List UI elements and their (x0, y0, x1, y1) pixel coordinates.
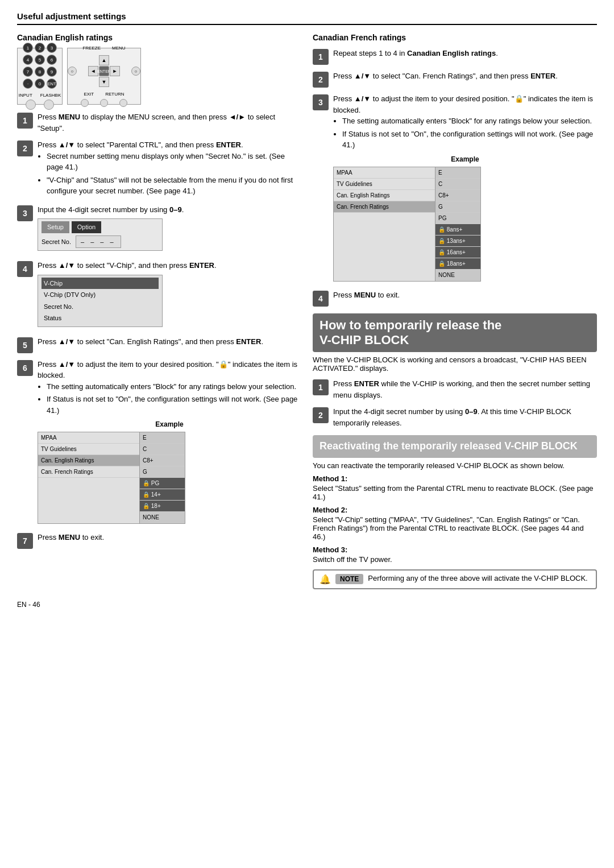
method-3-title: Method 3: (313, 545, 597, 554)
vchip-menu: V-Chip V-Chip (DTV Only) Secret No. Stat… (38, 275, 163, 327)
step-3-row: 3 Input the 4-digit secret number by usi… (17, 204, 301, 255)
left-section-heading: Canadian English ratings (17, 33, 301, 42)
step-1-row: 1 Press MENU to display the MENU screen,… (17, 111, 301, 134)
remote-keypad: 1 2 3 4 5 6 7 8 9 · 0 ENT INPUTFLASHBK (17, 48, 63, 105)
vchip-step-1-text: Press ENTER while the V-CHIP is working,… (333, 378, 597, 400)
step-7-text: Press MENU to exit. (38, 532, 301, 543)
right-step-1-row: 1 Repeat steps 1 to 4 in Canadian Englis… (313, 48, 597, 65)
step-5-text: Press ▲/▼ to select "Can. English Rating… (38, 336, 301, 348)
step-4-badge: 4 (17, 261, 33, 277)
right-step-4-text: Press MENU to exit. (333, 290, 597, 301)
ratings-table-right: MPAA TV Guidelines Can. English Ratings … (333, 167, 481, 282)
example-label-left: Example (38, 419, 301, 429)
step-3-badge: 3 (17, 205, 33, 221)
step-7-badge: 7 (17, 533, 33, 549)
page-number: EN - 46 (17, 601, 597, 609)
remote-nav: FREEZEMENU ○ ▲ ◄ ENTER ► ▼ ○ (67, 48, 141, 105)
right-step-3-badge: 3 (313, 94, 329, 110)
method-2-text: Select "V-Chip" setting ("MPAA", "TV Gui… (313, 515, 597, 541)
secret-input: – – – – (76, 235, 121, 249)
right-step-2-badge: 2 (313, 72, 329, 88)
step-6-row: 6 Press ▲/▼ to adjust the item to your d… (17, 359, 301, 527)
ratings-table-left: MPAA TV Guidelines Can. English Ratings … (38, 432, 185, 524)
step-1-badge: 1 (17, 113, 33, 129)
step-6-text: Press ▲/▼ to adjust the item to your des… (38, 359, 301, 527)
step-6-badge: 6 (17, 360, 33, 376)
step-4-row: 4 Press ▲/▼ to select "V-Chip", and then… (17, 260, 301, 330)
left-column: Canadian English ratings 1 2 3 4 5 6 7 8… (17, 33, 301, 589)
method-3-text: Switch off the TV power. (313, 555, 597, 564)
right-step-4-row: 4 Press MENU to exit. (313, 290, 597, 307)
note-text: Performing any of the three above will a… (368, 574, 587, 582)
method-1-text: Select "Status" setting from the Parenta… (313, 484, 597, 501)
vchip-step-2-row: 2 Input the 4-digit secret number by usi… (313, 406, 597, 428)
secret-menu: Setup Option Secret No. – – – – (38, 218, 163, 251)
step-5-badge: 5 (17, 337, 33, 353)
right-column: Canadian French ratings 1 Repeat steps 1… (313, 33, 597, 589)
example-label-right: Example (333, 154, 597, 164)
right-step-3-row: 3 Press ▲/▼ to adjust the item to your d… (313, 93, 597, 284)
step-1-text: Press MENU to display the MENU screen, a… (38, 111, 301, 134)
step-2-text: Press ▲/▼ to select "Parental CTRL", and… (38, 139, 301, 199)
vchip-item-dtv: V-Chip (DTV Only) (42, 289, 159, 301)
reactivate-intro: You can reactivate the temporarily relea… (313, 461, 597, 470)
step-5-row: 5 Press ▲/▼ to select "Can. English Rati… (17, 336, 301, 353)
reactivate-heading: Reactivating the temporarily released V-… (313, 435, 597, 457)
vchip-item-vchip: V-Chip (42, 278, 159, 290)
option-tab[interactable]: Option (72, 221, 101, 233)
remote-images: 1 2 3 4 5 6 7 8 9 · 0 ENT INPUTFLASHBK (17, 48, 301, 105)
vchip-step-2-text: Input the 4-digit secret number by using… (333, 406, 597, 428)
right-step-2-text: Press ▲/▼ to select "Can. French Ratings… (333, 71, 597, 82)
note-label: NOTE (335, 574, 363, 584)
method-1-title: Method 1: (313, 474, 597, 483)
right-step-1-badge: 1 (313, 49, 329, 65)
note-box: 🔔 NOTE Performing any of the three above… (313, 569, 597, 589)
step-2-badge: 2 (17, 140, 33, 156)
setup-tab[interactable]: Setup (42, 221, 69, 233)
vchip-item-status: Status (42, 312, 159, 324)
right-section-heading: Canadian French ratings (313, 33, 597, 42)
right-step-1-text: Repeat steps 1 to 4 in Canadian English … (333, 48, 597, 59)
vchip-step-1-badge: 1 (313, 379, 329, 395)
right-step-4-badge: 4 (313, 291, 329, 307)
note-icon: 🔔 (320, 574, 331, 585)
secret-row: Secret No. – – – – (42, 235, 159, 249)
vchip-block-heading: How to temporarily release the V-CHIP BL… (313, 313, 597, 353)
right-step-2-row: 2 Press ▲/▼ to select "Can. French Ratin… (313, 71, 597, 88)
vchip-step-1-row: 1 Press ENTER while the V-CHIP is workin… (313, 378, 597, 400)
page-title: Useful adjustment settings (17, 11, 597, 25)
step-4-text: Press ▲/▼ to select "V-Chip", and then p… (38, 260, 301, 330)
vchip-block-intro: When the V-CHIP BLOCK is working and cen… (313, 356, 597, 373)
vchip-item-secret: Secret No. (42, 301, 159, 313)
step-3-text: Input the 4-digit secret number by using… (38, 204, 301, 255)
method-2-title: Method 2: (313, 506, 597, 514)
right-step-3-text: Press ▲/▼ to adjust the item to your des… (333, 93, 597, 284)
step-2-row: 2 Press ▲/▼ to select "Parental CTRL", a… (17, 139, 301, 199)
step-7-row: 7 Press MENU to exit. (17, 532, 301, 549)
vchip-step-2-badge: 2 (313, 407, 329, 423)
